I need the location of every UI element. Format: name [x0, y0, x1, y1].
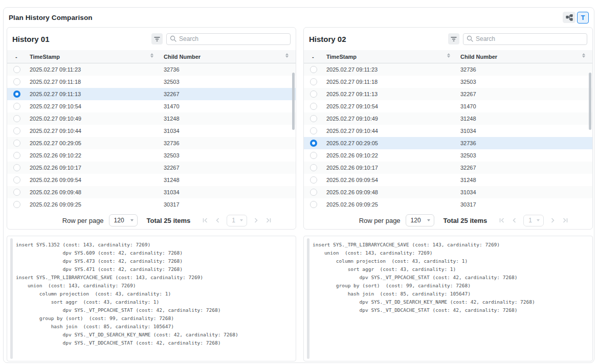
child-number-cell: 31034 — [460, 128, 592, 134]
node-graph-icon — [566, 14, 573, 21]
sort-icon[interactable] — [582, 53, 585, 58]
row-radio[interactable] — [310, 78, 317, 85]
table-row[interactable]: 2025.02.27 09:11:1332267 — [304, 88, 592, 100]
sort-icon[interactable] — [150, 53, 153, 58]
column-header-timestamp[interactable]: TimeStamp — [326, 50, 460, 63]
last-page-button[interactable] — [265, 218, 271, 223]
table-scrollbar[interactable] — [292, 73, 295, 130]
row-radio-cell — [7, 201, 30, 208]
table-row[interactable]: 2025.02.27 09:10:4431034 — [7, 125, 296, 137]
row-radio[interactable] — [13, 78, 20, 85]
table-row[interactable]: 2025.02.26 09:09:5431248 — [7, 174, 296, 186]
plan-scrollbar[interactable] — [307, 238, 309, 359]
table-row[interactable]: 2025.02.27 09:11:1832503 — [7, 76, 296, 88]
caret-down-icon — [537, 219, 540, 221]
table-row[interactable]: 2025.02.27 09:11:1332267 — [7, 88, 296, 100]
table-row[interactable]: 2025.02.27 09:10:4431034 — [304, 125, 592, 137]
text-view-button[interactable]: T — [577, 12, 589, 24]
table-row[interactable]: 2025.02.27 09:10:5431470 — [304, 100, 592, 112]
row-radio[interactable] — [310, 103, 317, 110]
row-radio[interactable] — [13, 140, 20, 147]
sort-icon[interactable] — [285, 53, 289, 58]
row-radio-cell — [304, 127, 326, 134]
table-row[interactable]: 2025.02.26 09:10:2232503 — [7, 149, 296, 162]
column-header-child-number[interactable]: Child Number — [460, 50, 592, 63]
column-header-select[interactable]: - — [304, 50, 326, 63]
search-box — [166, 33, 291, 45]
row-radio[interactable] — [310, 189, 317, 196]
prev-page-button[interactable] — [512, 218, 516, 223]
filter-button[interactable] — [448, 33, 459, 44]
table-row[interactable]: 2025.02.26 09:09:5431248 — [304, 174, 592, 186]
row-radio-cell — [7, 78, 30, 85]
row-radio[interactable] — [13, 201, 20, 208]
first-page-button[interactable] — [203, 218, 208, 223]
table-row[interactable]: 2025.02.26 09:09:4831034 — [7, 186, 296, 198]
search-input[interactable] — [166, 33, 291, 45]
page-size-select[interactable]: 120 — [109, 214, 138, 226]
panel-title: History 02 — [309, 35, 448, 43]
search-input[interactable] — [463, 33, 587, 45]
table-row[interactable]: 2025.02.26 09:09:4831034 — [304, 186, 592, 198]
row-radio[interactable] — [310, 90, 317, 98]
first-page-button[interactable] — [499, 218, 505, 223]
row-radio[interactable] — [310, 176, 317, 184]
timestamp-cell: 2025.02.26 09:09:54 — [30, 177, 164, 183]
row-radio[interactable] — [13, 127, 20, 134]
row-radio[interactable] — [310, 127, 317, 134]
row-radio[interactable] — [13, 164, 20, 171]
next-page-button[interactable] — [254, 218, 258, 223]
row-radio[interactable] — [310, 164, 317, 171]
page-size-select[interactable]: 120 — [406, 214, 434, 226]
row-radio[interactable] — [13, 115, 20, 122]
row-radio[interactable] — [13, 152, 20, 159]
table-row[interactable]: 2025.02.27 09:11:2332736 — [304, 63, 592, 76]
history-01-plan-box: insert SYS.1352 (cost: 143, cardinality:… — [7, 236, 296, 361]
row-radio[interactable] — [310, 66, 317, 73]
last-page-button[interactable] — [562, 218, 568, 223]
row-radio-cell — [304, 189, 326, 196]
table-row[interactable]: 2025.02.27 09:11:1832503 — [304, 76, 592, 88]
table-row[interactable]: 2025.02.27 09:10:4931248 — [304, 112, 592, 125]
page-select[interactable]: 1 — [227, 215, 247, 226]
plan-text: insert SYS.1352 (cost: 143, cardinality:… — [7, 236, 296, 350]
history-02-panel: History 02 — [303, 27, 593, 230]
row-radio[interactable] — [13, 103, 20, 110]
row-radio[interactable] — [13, 90, 20, 98]
page-select[interactable]: 1 — [523, 215, 544, 226]
tree-view-button[interactable] — [563, 12, 575, 23]
column-header-timestamp[interactable]: TimeStamp — [30, 50, 164, 63]
row-radio-cell — [304, 78, 326, 85]
table-row[interactable]: 2025.02.26 09:10:1732267 — [7, 162, 296, 174]
table-row[interactable]: 2025.02.27 09:10:4931248 — [7, 112, 296, 125]
row-radio[interactable] — [310, 152, 317, 159]
table-row[interactable]: 2025.02.26 09:10:2232503 — [304, 149, 592, 162]
plan-history-comparison-card: Plan History Comparison T — [3, 7, 594, 363]
timestamp-cell: 2025.02.26 09:10:22 — [30, 152, 164, 158]
row-radio[interactable] — [13, 189, 20, 196]
sort-icon[interactable] — [447, 53, 450, 58]
child-number-cell: 32503 — [164, 152, 296, 158]
table-row[interactable]: 2025.02.27 09:10:5431470 — [7, 100, 296, 112]
caret-down-icon — [240, 219, 243, 221]
table-row[interactable]: 2025.02.26 09:10:1732267 — [304, 162, 592, 174]
table-row[interactable]: 2025.02.26 09:09:2530317 — [304, 198, 592, 211]
row-radio[interactable] — [13, 66, 20, 73]
row-radio[interactable] — [13, 176, 20, 184]
next-page-button[interactable] — [551, 218, 555, 223]
plan-scrollbar[interactable] — [10, 238, 13, 359]
table-row[interactable]: 2025.02.27 00:29:0532736 — [7, 137, 296, 149]
row-radio[interactable] — [310, 115, 317, 122]
column-header-child-number[interactable]: Child Number — [164, 50, 296, 63]
page-title: Plan History Comparison — [9, 14, 93, 21]
table-row[interactable]: 2025.02.27 00:29:0532736 — [304, 137, 592, 149]
filter-button[interactable] — [151, 33, 163, 44]
child-number-cell: 32503 — [460, 79, 592, 85]
column-header-select[interactable]: - — [7, 50, 30, 63]
table-row[interactable]: 2025.02.27 09:11:2332736 — [7, 63, 296, 76]
row-radio[interactable] — [310, 201, 317, 208]
row-radio[interactable] — [310, 140, 317, 147]
table-row[interactable]: 2025.02.26 09:09:2530317 — [7, 198, 296, 211]
table-scrollbar[interactable] — [589, 73, 591, 130]
prev-page-button[interactable] — [215, 218, 219, 223]
